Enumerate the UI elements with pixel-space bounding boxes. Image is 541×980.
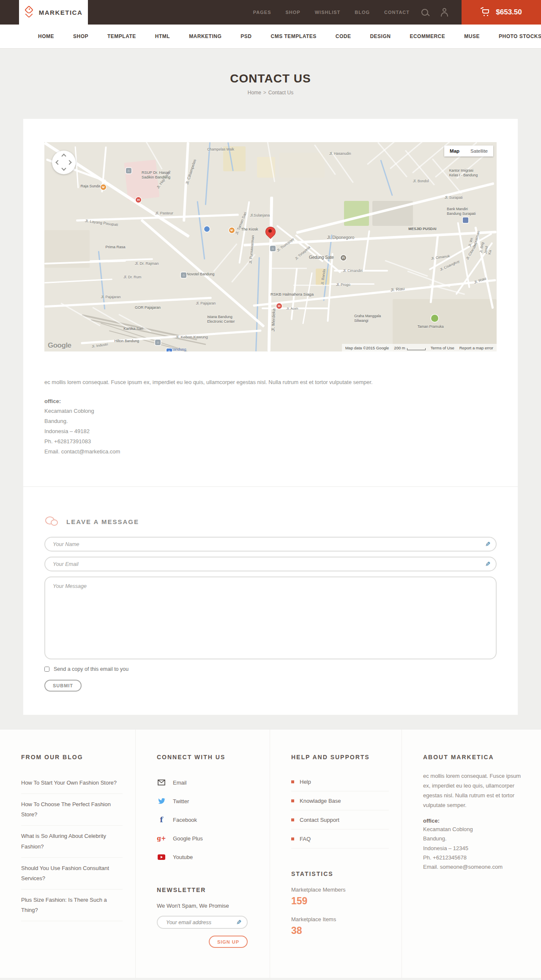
send-copy-label[interactable]: Send a copy of this email to you	[54, 666, 128, 672]
breadcrumb: Home>Contact Us	[0, 90, 541, 96]
map-area-patch	[344, 201, 369, 226]
blog-links: How To Start Your Own Fashion Store?How …	[21, 772, 123, 921]
map-road	[44, 297, 212, 308]
terms-of-use-link[interactable]: Terms of Use	[431, 346, 454, 350]
topnav-link[interactable]: SHOP	[286, 10, 301, 15]
map-data-credit: Map data ©2015 Google	[345, 346, 389, 350]
social-link[interactable]: Twitter	[173, 798, 189, 804]
map-road	[363, 230, 370, 272]
satellite-view-button[interactable]: Satellite	[465, 145, 493, 156]
map-scale: 200 m	[394, 346, 425, 350]
search-icon[interactable]	[421, 9, 429, 16]
blog-link[interactable]: How To Start Your Own Fashion Store?	[21, 778, 123, 788]
help-link[interactable]: Knowladge Base	[300, 798, 341, 804]
blog-link[interactable]: Plus Size Fashion: Is There Such a Thing…	[21, 895, 123, 915]
about-text: ec mollis lorem consequat. Fusce ipsum e…	[423, 771, 528, 810]
about-office-label: office:	[423, 818, 528, 824]
newsletter-tagline: We Won't Spam, We Promise	[157, 903, 257, 909]
breadcrumb-home-link[interactable]: Home	[248, 90, 261, 96]
user-icon[interactable]	[440, 8, 449, 16]
map-label: Jl. Trunojoyo	[276, 237, 295, 253]
map-view-button[interactable]: Map	[444, 145, 465, 156]
newsletter-email-input[interactable]	[157, 916, 248, 929]
logo[interactable]: MARKETICA	[19, 0, 88, 25]
menu-link[interactable]: DESIGN	[370, 33, 391, 39]
social-link[interactable]: Email	[173, 780, 187, 786]
map-scale-label: 200 m	[394, 346, 405, 350]
menu-link[interactable]: PSD	[240, 33, 251, 39]
send-copy-row: Send a copy of this email to you	[44, 666, 497, 672]
menu-link[interactable]: SHOP	[73, 33, 88, 39]
map-label: Jl. Diponegoro	[327, 235, 354, 241]
social-list-item: fFacebook	[157, 810, 257, 829]
office-line: Indonesia – 49182	[44, 426, 497, 436]
menu-link[interactable]: CMS TEMPLATES	[270, 33, 316, 39]
map-label: Jl. Cimandiri	[343, 269, 363, 273]
submit-button[interactable]: SUBMIT	[44, 680, 82, 692]
map-pan-control[interactable]	[52, 151, 76, 174]
form-title: LEAVE A MESSAGE	[66, 518, 139, 525]
send-copy-checkbox[interactable]	[44, 667, 49, 672]
pan-left-icon[interactable]	[55, 160, 60, 165]
menu-link[interactable]: MARKETING	[189, 33, 221, 39]
menu-link[interactable]: ECOMMERCE	[410, 33, 445, 39]
square-bullet-icon	[291, 799, 294, 802]
menu-link[interactable]: TEMPLATE	[107, 33, 136, 39]
map-label: Graha Manggala Siliwangi	[354, 314, 381, 323]
pan-up-icon[interactable]	[61, 154, 66, 158]
social-link[interactable]: Youtube	[173, 854, 193, 860]
newsletter-heading: NEWSLETTER	[157, 887, 257, 893]
hotel-poi: ⌂	[270, 246, 276, 251]
food-poi: Ψ	[229, 228, 235, 233]
topnav-link[interactable]: CONTACT	[384, 10, 410, 15]
office-line: Email. contact@marketica.com	[44, 447, 497, 457]
pan-down-icon[interactable]	[61, 166, 66, 170]
blog-link[interactable]: What is So Alluring About Celebrity Fash…	[21, 831, 123, 851]
map-label: Jl. Pasteur	[155, 211, 173, 216]
help-link[interactable]: Help	[300, 779, 311, 785]
menu-link[interactable]: CODE	[336, 33, 351, 39]
map-label: Jl. Progo	[336, 283, 350, 287]
food-poi: Ψ	[101, 184, 106, 190]
map-minor-road	[385, 260, 428, 277]
map-minor-road	[377, 142, 407, 177]
office-label: office:	[44, 398, 497, 404]
map-label: Jl. Aceh	[286, 307, 298, 311]
help-link[interactable]: Contact Support	[300, 817, 339, 823]
statistics-heading: STATISTICS	[291, 870, 389, 877]
social-link[interactable]: Facebook	[173, 817, 197, 823]
google-map[interactable]: Champelas WalkJl. HasanudinJl. Cihampela…	[44, 142, 497, 351]
report-map-error-link[interactable]: Report a map error	[459, 346, 493, 350]
menu-link[interactable]: HTML	[155, 33, 170, 39]
topnav-link[interactable]: BLOG	[355, 10, 370, 15]
message-field-wrap	[44, 576, 497, 661]
signup-button[interactable]: SIGN UP	[209, 936, 248, 948]
menu-link[interactable]: HOME	[38, 33, 54, 39]
map-type-control: Map Satellite	[444, 145, 493, 156]
message-textarea[interactable]	[44, 576, 497, 659]
pan-right-icon[interactable]	[67, 160, 71, 165]
menu-items: HOMESHOPTEMPLATEHTMLMARKETINGPSDCMS TEMP…	[38, 33, 541, 39]
contact-info: ec mollis lorem consequat. Fusce ipsum e…	[23, 351, 518, 486]
help-link[interactable]: FAQ	[300, 836, 311, 842]
top-nav: PAGESSHOPWISHLISTBLOGCONTACT	[152, 10, 410, 15]
name-input[interactable]	[44, 537, 497, 552]
topnav-link[interactable]: PAGES	[253, 10, 271, 15]
email-input[interactable]	[44, 557, 497, 571]
map-road	[81, 329, 261, 344]
topnav-link[interactable]: WISHLIST	[315, 10, 341, 15]
map-marker[interactable]	[265, 227, 275, 236]
map-scale-bar	[407, 348, 426, 350]
cart-button[interactable]: $653.50	[462, 0, 541, 25]
menu-link[interactable]: PHOTO STOCKS	[499, 33, 541, 39]
blog-link[interactable]: How To Choose The Perfect Fashion Store?	[21, 799, 123, 820]
statistics: Marketplace Members 159 Marketplace Item…	[291, 887, 389, 936]
breadcrumb-current: Contact Us	[268, 90, 293, 96]
blog-link[interactable]: Should You Use Fashion Consultant Servic…	[21, 863, 123, 884]
contact-card: Champelas WalkJl. HasanudinJl. Cihampela…	[23, 119, 518, 715]
menu-link[interactable]: MUSE	[464, 33, 480, 39]
page-title: CONTACT US	[0, 72, 541, 85]
social-list-item: g+Google Plus	[157, 829, 257, 848]
email-field-wrap	[44, 557, 497, 571]
social-link[interactable]: Google Plus	[173, 835, 203, 842]
